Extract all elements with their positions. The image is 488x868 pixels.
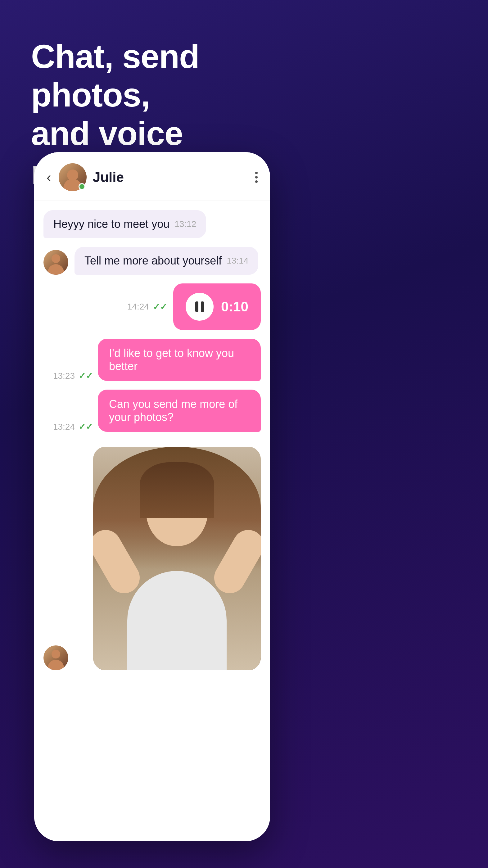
phone-mockup: ‹ Julie Heyyy nice to meet you 13:12 — [34, 152, 270, 841]
pause-icon — [195, 302, 204, 312]
message-text-1: Heyyy nice to meet you — [53, 218, 170, 231]
dot-menu-1 — [255, 172, 258, 174]
message-text-4: I'd like to get to know you better — [109, 347, 234, 373]
message-voice-time: 14:24 — [127, 302, 149, 312]
message-voice-meta: 14:24 — [127, 302, 167, 312]
message-text-2: Tell me more about yourself — [85, 254, 222, 267]
message-text-5: Can you send me more of your photos? — [109, 398, 238, 424]
pause-bar-left — [195, 302, 199, 312]
message-bubble-received-2: Tell me more about yourself 13:14 — [74, 247, 258, 275]
photo-content — [93, 447, 261, 670]
chat-header: ‹ Julie — [34, 152, 270, 201]
pause-bar-right — [201, 302, 204, 312]
photo-hair-front — [140, 462, 214, 518]
message-time-2: 13:14 — [226, 256, 248, 266]
message-time-5: 13:24 — [53, 422, 75, 432]
contact-avatar-container[interactable] — [59, 163, 87, 191]
message-bubble-sent-4: I'd like to get to know you better — [98, 339, 261, 381]
message-voice-checks — [153, 302, 167, 312]
message-bubble-received-1: Heyyy nice to meet you 13:12 — [43, 210, 206, 238]
chat-area: Heyyy nice to meet you 13:12 Tell me mor… — [34, 201, 270, 834]
online-status-dot — [79, 183, 85, 190]
message-checks-5 — [79, 422, 93, 432]
more-options-button[interactable] — [255, 172, 258, 183]
message-meta-4: 13:23 — [53, 371, 93, 381]
message-sent-4: 13:23 I'd like to get to know you better — [43, 339, 261, 381]
voice-message-bubble[interactable]: 0:10 — [173, 283, 261, 330]
message-received-2: Tell me more about yourself 13:14 — [43, 247, 261, 275]
dot-menu-2 — [255, 176, 258, 179]
voice-pause-button[interactable] — [186, 293, 214, 321]
message-received-1: Heyyy nice to meet you 13:12 — [43, 210, 228, 238]
message-time-4: 13:23 — [53, 371, 75, 381]
message-time-1: 13:12 — [175, 219, 196, 229]
back-button[interactable]: ‹ — [47, 169, 51, 185]
voice-duration: 0:10 — [221, 299, 248, 314]
hero-title-line1: Chat, send photos, — [31, 37, 199, 114]
message-sent-5: 13:24 Can you send me more of your photo… — [43, 390, 261, 432]
message-meta-5: 13:24 — [53, 422, 93, 432]
message-avatar-2 — [43, 250, 68, 275]
message-checks-4 — [79, 371, 93, 381]
bottom-avatar — [43, 645, 68, 670]
message-sent-voice: 14:24 0:10 — [43, 283, 261, 330]
photo-shirt — [127, 571, 226, 670]
dot-menu-3 — [255, 180, 258, 183]
message-bubble-sent-5: Can you send me more of your photos? — [98, 390, 261, 432]
contact-name[interactable]: Julie — [93, 169, 255, 185]
photo-message — [93, 447, 261, 670]
message-sent-photo-row — [43, 447, 261, 670]
